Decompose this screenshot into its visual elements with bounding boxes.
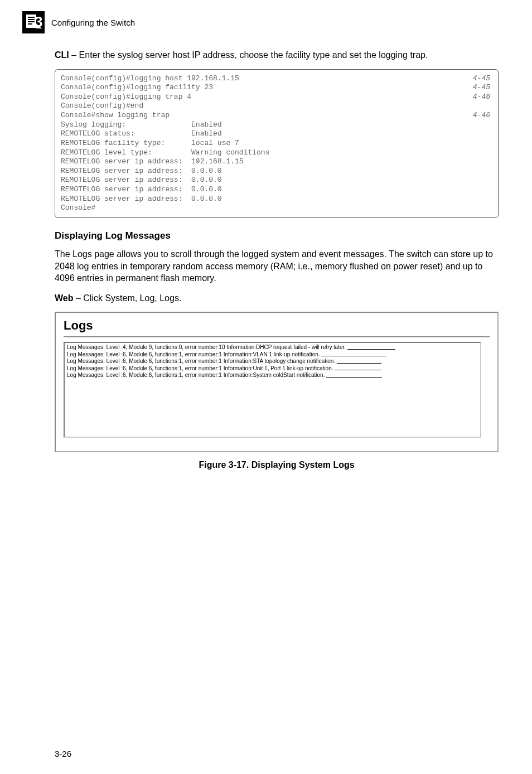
logs-title: Logs	[64, 318, 490, 333]
log-fill-line	[335, 367, 381, 370]
svg-rect-4	[28, 21, 35, 22]
svg-rect-2	[28, 17, 35, 18]
cli-line: Console(config)#logging trap 44-46	[61, 93, 492, 102]
cli-ref: 4-45	[473, 74, 492, 84]
cli-line: Syslog logging: Enabled	[61, 120, 492, 130]
log-fill-line	[347, 346, 395, 350]
page-number: 3-26	[55, 749, 71, 758]
chapter-number: 3	[35, 13, 42, 31]
chapter-title: Configuring the Switch	[51, 18, 135, 27]
cli-line: Console#	[61, 204, 492, 213]
cli-line: REMOTELOG facility type: local use 7	[61, 139, 492, 148]
log-text: Log Messages: Level :6, Module:6, functi…	[67, 372, 326, 378]
cli-ref: 4-46	[473, 111, 492, 120]
cli-text: REMOTELOG server ip address: 0.0.0.0	[61, 195, 222, 204]
cli-line: Console#show logging trap4-46	[61, 111, 492, 120]
cli-text: REMOTELOG server ip address: 0.0.0.0	[61, 176, 222, 185]
log-row: Log Messages: Level :6, Module:6, functi…	[67, 358, 478, 365]
log-row: Log Messages: Level :4, Module:9, functi…	[67, 344, 478, 351]
cli-line: REMOTELOG status: Enabled	[61, 129, 492, 139]
cli-output-box: Console(config)#logging host 192.168.1.1…	[55, 69, 499, 218]
cli-line: REMOTELOG server ip address: 0.0.0.0	[61, 176, 492, 185]
cli-text: REMOTELOG level type: Warning conditions	[61, 148, 269, 158]
logs-screenshot: Logs Log Messages: Level :4, Module:9, f…	[55, 312, 499, 452]
section-heading: Displaying Log Messages	[55, 230, 499, 241]
cli-line: Console(config)#logging host 192.168.1.1…	[61, 74, 492, 84]
cli-text: REMOTELOG server ip address: 192.168.1.1…	[61, 157, 244, 167]
cli-text: Console#	[61, 204, 95, 213]
cli-label: CLI	[55, 50, 69, 60]
section-para: The Logs page allows you to scroll throu…	[55, 248, 499, 284]
log-text: Log Messages: Level :6, Module:6, functi…	[67, 358, 337, 364]
cli-ref: 4-46	[473, 93, 492, 102]
cli-text: REMOTELOG server ip address: 0.0.0.0	[61, 167, 222, 176]
cli-line: REMOTELOG server ip address: 0.0.0.0	[61, 195, 492, 204]
cli-text: REMOTELOG server ip address: 0.0.0.0	[61, 185, 222, 195]
cli-intro: CLI – Enter the syslog server host IP ad…	[55, 49, 499, 61]
log-row: Log Messages: Level :6, Module:6, functi…	[67, 351, 478, 359]
cli-line: Console(config)#end	[61, 101, 492, 111]
log-row: Log Messages: Level :6, Module:6, functi…	[67, 365, 478, 373]
cli-intro-text: – Enter the syslog server host IP addres…	[69, 50, 428, 60]
log-text: Log Messages: Level :4, Module:9, functi…	[67, 344, 347, 350]
log-fill-line	[326, 374, 382, 378]
svg-rect-3	[28, 19, 35, 20]
cli-text: Console(config)#logging host 192.168.1.1…	[61, 74, 239, 84]
web-text: – Click System, Log, Logs.	[73, 293, 181, 303]
log-listbox[interactable]: Log Messages: Level :4, Module:9, functi…	[64, 342, 481, 438]
cli-text: REMOTELOG facility type: local use 7	[61, 139, 239, 148]
log-text: Log Messages: Level :6, Module:6, functi…	[67, 351, 321, 357]
figure-caption: Figure 3-17. Displaying System Logs	[55, 460, 499, 470]
cli-line: REMOTELOG level type: Warning conditions	[61, 148, 492, 158]
cli-text: REMOTELOG status: Enabled	[61, 129, 222, 139]
web-instruction: Web – Click System, Log, Logs.	[55, 292, 499, 304]
log-text: Log Messages: Level :6, Module:6, functi…	[67, 365, 335, 371]
web-label: Web	[55, 293, 73, 303]
cli-text: Syslog logging: Enabled	[61, 120, 222, 130]
cli-text: Console(config)#logging facility 23	[61, 83, 213, 93]
cli-line: REMOTELOG server ip address: 192.168.1.1…	[61, 157, 492, 167]
cli-text: Console(config)#logging trap 4	[61, 93, 191, 102]
cli-ref: 4-45	[473, 83, 492, 93]
log-fill-line	[337, 360, 381, 364]
page-header: 3 Configuring the Switch	[55, 11, 499, 33]
log-row: Log Messages: Level :6, Module:6, functi…	[67, 372, 478, 379]
cli-text: Console(config)#end	[61, 101, 143, 111]
cli-line: Console(config)#logging facility 234-45	[61, 83, 492, 93]
cli-line: REMOTELOG server ip address: 0.0.0.0	[61, 167, 492, 176]
cli-text: Console#show logging trap	[61, 111, 170, 120]
svg-rect-5	[28, 23, 32, 25]
cli-line: REMOTELOG server ip address: 0.0.0.0	[61, 185, 492, 195]
divider	[64, 336, 490, 337]
log-fill-line	[321, 353, 386, 356]
